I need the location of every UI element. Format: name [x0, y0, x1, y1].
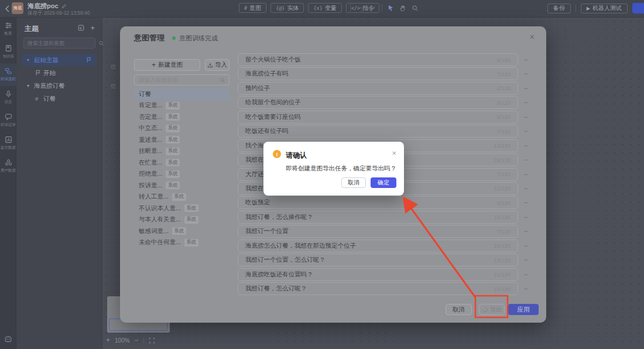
hand-tool-icon[interactable] [399, 5, 406, 12]
undo-icon[interactable] [356, 5, 364, 12]
utterance-input[interactable]: 我想订一个位置，怎么订呢？ 13/120 [238, 254, 518, 266]
utterance-input[interactable]: 吃个饭需要订座位吗 9/120 [238, 111, 518, 124]
intent-list-item[interactable]: 肯定意... 系统 [134, 100, 229, 112]
intent-list-item[interactable]: 中立态... 系统 [134, 123, 229, 135]
zoom-in-icon[interactable]: + [106, 336, 110, 344]
intent-list-item[interactable]: 与本人有关意... 系统 [134, 214, 229, 226]
sidebar-item[interactable]: 用户数据 [0, 155, 16, 177]
remove-utterance-icon[interactable]: − [522, 156, 530, 164]
topic-tree-item[interactable]: ▾海底捞订餐 [22, 80, 97, 92]
modal-close-icon[interactable]: × [530, 32, 535, 42]
remove-utterance-icon[interactable]: − [522, 256, 530, 264]
remove-utterance-icon[interactable]: − [522, 199, 530, 207]
intent-list-item[interactable]: 否定意... 系统 [134, 111, 229, 123]
confirm-close-icon[interactable]: × [392, 149, 396, 158]
utterance-input[interactable]: 吃饭还有位子吗 7/120 [238, 125, 518, 138]
redo-icon[interactable] [369, 5, 376, 12]
tab-意图[interactable]: # 意图 [239, 3, 266, 13]
backup-button[interactable]: 备份 [547, 4, 571, 13]
remove-utterance-icon[interactable]: − [522, 98, 530, 107]
publish-button[interactable] [632, 3, 644, 13]
book-icon [5, 45, 12, 52]
circles-icon [5, 159, 12, 166]
intent-list: 订餐 肯定意... 系统 否定意... 系统 中立态... 系统 重述意... … [134, 88, 229, 248]
topic-tree-item[interactable]: ▾起始主题 [22, 54, 97, 66]
tab-变量[interactable]: {x} 变量 [308, 3, 341, 13]
char-count: 11/120 [494, 185, 511, 191]
intent-list-item[interactable]: 重述意... 系统 [134, 134, 229, 146]
remove-utterance-icon[interactable]: − [522, 170, 530, 179]
remove-utterance-icon[interactable]: − [522, 56, 530, 64]
utterance-input[interactable]: 留个火锅位子吃个饭 9/120 [238, 53, 518, 66]
topic-search[interactable] [23, 37, 95, 49]
import-button[interactable]: 导入 [205, 59, 229, 71]
remove-utterance-icon[interactable]: − [522, 70, 530, 78]
intent-search[interactable] [134, 74, 229, 85]
divider [350, 4, 351, 12]
utterance-input[interactable]: 海底捞位子有吗 7/120 [238, 67, 518, 80]
topic-search-input[interactable] [24, 40, 98, 46]
intent-list-item[interactable]: 敏感词意... 系统 [134, 225, 229, 237]
add-topic-icon[interactable]: + [90, 25, 95, 31]
remove-utterance-icon[interactable]: − [522, 142, 530, 150]
sidebar-item[interactable]: 配置 [0, 18, 16, 40]
topics-panel: 主题 + ▾起始主题 开始 ▾海底捞订餐 #订餐 [16, 18, 102, 349]
intent-list-item[interactable]: 转人工意... 系统 [134, 191, 229, 203]
caret-down-icon[interactable]: ▾ [27, 57, 34, 63]
utterance-input[interactable]: 海底捞吃饭还有位置吗？ 11/120 [238, 268, 518, 281]
remove-utterance-icon[interactable]: − [522, 184, 530, 193]
sidebar-item[interactable]: 语音 [0, 86, 16, 109]
char-count: 9/120 [496, 57, 511, 63]
utterance-input[interactable]: 给我留个包间的位子 9/120 [238, 96, 518, 109]
sidebar-item[interactable]: 监控数据 [0, 132, 16, 155]
remove-utterance-icon[interactable]: − [522, 127, 530, 135]
robot-settings-icon[interactable] [4, 335, 12, 343]
fit-view-icon[interactable] [149, 337, 155, 344]
topic-tree-item[interactable]: #订餐 [22, 93, 97, 105]
edit-icon[interactable] [61, 4, 67, 9]
remove-utterance-icon[interactable]: − [522, 84, 530, 93]
confirm-cancel-button[interactable]: 取消 [341, 177, 366, 188]
intent-list-item[interactable]: 在忙意... 系统 [134, 157, 229, 169]
topic-tree-item[interactable]: 开始 [22, 67, 97, 79]
cursor-tool-icon[interactable] [388, 5, 394, 12]
char-count: 13/120 [494, 257, 511, 264]
intent-list-item[interactable]: 订餐 [134, 88, 229, 100]
intent-list-item[interactable]: 未命中任何意... 系统 [134, 237, 229, 249]
remove-utterance-icon[interactable]: − [522, 285, 530, 293]
tab-实体[interactable]: {@} 实体 [270, 3, 304, 13]
intent-list-item[interactable]: 拒绝意... 系统 [134, 169, 229, 180]
remove-utterance-icon[interactable]: − [522, 271, 530, 279]
remove-utterance-icon[interactable]: − [522, 113, 530, 121]
zoom-out-icon[interactable]: − [135, 336, 139, 344]
utterance-input[interactable]: 我想订餐，怎么操作呢？ 11/120 [238, 211, 518, 224]
utterance-input[interactable]: 海底捞怎么订餐，我想在那边预定个位子 18/120 [238, 239, 518, 252]
utterance-input[interactable]: 预约位子 4/120 [238, 82, 518, 95]
intent-list-item[interactable]: 不认识本人意... 系统 [134, 203, 229, 214]
remove-utterance-icon[interactable]: − [522, 213, 530, 221]
back-icon[interactable] [5, 5, 11, 12]
sidebar-item[interactable]: 知识库 [0, 40, 16, 63]
import-icon [207, 62, 213, 68]
intent-search-input[interactable] [135, 77, 220, 83]
robot-test-button[interactable]: ▶ 机器人测试 [581, 4, 628, 13]
collapse-all-icon[interactable] [78, 25, 84, 31]
caret-down-icon[interactable]: ▾ [27, 83, 34, 88]
zoom-controls: + 100% − [106, 334, 155, 346]
export-button[interactable]: 导出 [479, 304, 505, 315]
modal-cancel-button[interactable]: 取消 [446, 304, 472, 315]
utterance-input[interactable]: 我想订餐，怎么订呢？ 10/120 [238, 282, 518, 295]
utterance-input[interactable]: 我想订一个位置 7/120 [238, 225, 518, 238]
remove-utterance-icon[interactable]: − [522, 227, 530, 235]
search-canvas-icon[interactable] [412, 5, 419, 12]
new-intent-button[interactable]: + 新建意图 [134, 59, 200, 71]
remove-utterance-icon[interactable]: − [522, 242, 530, 250]
utterance-input[interactable]: 吃饭预定 4/120 [238, 196, 518, 209]
sidebar-item[interactable]: 对话流程 [0, 63, 16, 86]
confirm-ok-button[interactable]: 确定 [371, 177, 396, 188]
sidebar-item[interactable]: 对话记录 [0, 109, 16, 132]
intent-list-item[interactable]: 投诉意... 系统 [134, 180, 229, 191]
flag-icon [35, 70, 43, 76]
intent-list-item[interactable]: 挂断意... 系统 [134, 146, 229, 158]
apply-button[interactable]: 应用 [508, 304, 539, 315]
